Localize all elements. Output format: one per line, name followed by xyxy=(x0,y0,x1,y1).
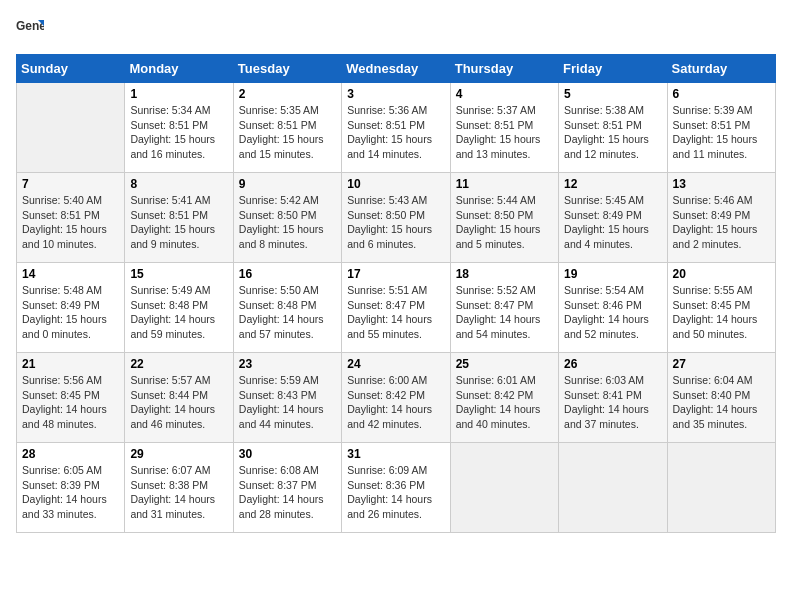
calendar-cell xyxy=(450,443,558,533)
day-info: Sunrise: 5:46 AM Sunset: 8:49 PM Dayligh… xyxy=(673,193,770,252)
calendar-cell: 14Sunrise: 5:48 AM Sunset: 8:49 PM Dayli… xyxy=(17,263,125,353)
calendar-cell: 24Sunrise: 6:00 AM Sunset: 8:42 PM Dayli… xyxy=(342,353,450,443)
weekday-header-saturday: Saturday xyxy=(667,55,775,83)
week-row-5: 28Sunrise: 6:05 AM Sunset: 8:39 PM Dayli… xyxy=(17,443,776,533)
calendar-cell: 5Sunrise: 5:38 AM Sunset: 8:51 PM Daylig… xyxy=(559,83,667,173)
calendar-cell: 10Sunrise: 5:43 AM Sunset: 8:50 PM Dayli… xyxy=(342,173,450,263)
calendar-cell: 1Sunrise: 5:34 AM Sunset: 8:51 PM Daylig… xyxy=(125,83,233,173)
day-number: 26 xyxy=(564,357,661,371)
week-row-4: 21Sunrise: 5:56 AM Sunset: 8:45 PM Dayli… xyxy=(17,353,776,443)
calendar-cell: 28Sunrise: 6:05 AM Sunset: 8:39 PM Dayli… xyxy=(17,443,125,533)
day-info: Sunrise: 5:56 AM Sunset: 8:45 PM Dayligh… xyxy=(22,373,119,432)
weekday-header-sunday: Sunday xyxy=(17,55,125,83)
day-number: 3 xyxy=(347,87,444,101)
calendar-cell: 25Sunrise: 6:01 AM Sunset: 8:42 PM Dayli… xyxy=(450,353,558,443)
calendar-cell: 29Sunrise: 6:07 AM Sunset: 8:38 PM Dayli… xyxy=(125,443,233,533)
day-info: Sunrise: 6:08 AM Sunset: 8:37 PM Dayligh… xyxy=(239,463,336,522)
logo: General xyxy=(16,16,46,44)
day-number: 5 xyxy=(564,87,661,101)
day-number: 27 xyxy=(673,357,770,371)
day-info: Sunrise: 5:42 AM Sunset: 8:50 PM Dayligh… xyxy=(239,193,336,252)
day-info: Sunrise: 5:59 AM Sunset: 8:43 PM Dayligh… xyxy=(239,373,336,432)
day-info: Sunrise: 6:07 AM Sunset: 8:38 PM Dayligh… xyxy=(130,463,227,522)
day-info: Sunrise: 5:57 AM Sunset: 8:44 PM Dayligh… xyxy=(130,373,227,432)
day-number: 25 xyxy=(456,357,553,371)
day-info: Sunrise: 6:09 AM Sunset: 8:36 PM Dayligh… xyxy=(347,463,444,522)
weekday-header-wednesday: Wednesday xyxy=(342,55,450,83)
day-number: 1 xyxy=(130,87,227,101)
calendar-cell: 18Sunrise: 5:52 AM Sunset: 8:47 PM Dayli… xyxy=(450,263,558,353)
day-info: Sunrise: 5:48 AM Sunset: 8:49 PM Dayligh… xyxy=(22,283,119,342)
day-info: Sunrise: 5:38 AM Sunset: 8:51 PM Dayligh… xyxy=(564,103,661,162)
logo-icon: General xyxy=(16,16,44,44)
day-info: Sunrise: 5:50 AM Sunset: 8:48 PM Dayligh… xyxy=(239,283,336,342)
week-row-3: 14Sunrise: 5:48 AM Sunset: 8:49 PM Dayli… xyxy=(17,263,776,353)
calendar-cell: 3Sunrise: 5:36 AM Sunset: 8:51 PM Daylig… xyxy=(342,83,450,173)
day-number: 9 xyxy=(239,177,336,191)
day-number: 13 xyxy=(673,177,770,191)
calendar-cell: 27Sunrise: 6:04 AM Sunset: 8:40 PM Dayli… xyxy=(667,353,775,443)
day-info: Sunrise: 5:40 AM Sunset: 8:51 PM Dayligh… xyxy=(22,193,119,252)
day-number: 29 xyxy=(130,447,227,461)
day-info: Sunrise: 5:36 AM Sunset: 8:51 PM Dayligh… xyxy=(347,103,444,162)
day-number: 6 xyxy=(673,87,770,101)
calendar-cell: 6Sunrise: 5:39 AM Sunset: 8:51 PM Daylig… xyxy=(667,83,775,173)
calendar-cell: 31Sunrise: 6:09 AM Sunset: 8:36 PM Dayli… xyxy=(342,443,450,533)
day-info: Sunrise: 6:05 AM Sunset: 8:39 PM Dayligh… xyxy=(22,463,119,522)
day-number: 2 xyxy=(239,87,336,101)
day-info: Sunrise: 6:01 AM Sunset: 8:42 PM Dayligh… xyxy=(456,373,553,432)
day-info: Sunrise: 5:34 AM Sunset: 8:51 PM Dayligh… xyxy=(130,103,227,162)
page-header: General xyxy=(16,16,776,44)
weekday-header-tuesday: Tuesday xyxy=(233,55,341,83)
day-number: 7 xyxy=(22,177,119,191)
calendar-cell: 13Sunrise: 5:46 AM Sunset: 8:49 PM Dayli… xyxy=(667,173,775,263)
calendar-cell: 20Sunrise: 5:55 AM Sunset: 8:45 PM Dayli… xyxy=(667,263,775,353)
calendar-cell: 16Sunrise: 5:50 AM Sunset: 8:48 PM Dayli… xyxy=(233,263,341,353)
day-number: 14 xyxy=(22,267,119,281)
day-number: 10 xyxy=(347,177,444,191)
calendar-cell: 8Sunrise: 5:41 AM Sunset: 8:51 PM Daylig… xyxy=(125,173,233,263)
calendar-cell xyxy=(17,83,125,173)
calendar-cell: 4Sunrise: 5:37 AM Sunset: 8:51 PM Daylig… xyxy=(450,83,558,173)
day-number: 15 xyxy=(130,267,227,281)
day-info: Sunrise: 5:45 AM Sunset: 8:49 PM Dayligh… xyxy=(564,193,661,252)
calendar-cell: 30Sunrise: 6:08 AM Sunset: 8:37 PM Dayli… xyxy=(233,443,341,533)
day-number: 31 xyxy=(347,447,444,461)
calendar-cell xyxy=(559,443,667,533)
calendar-cell: 17Sunrise: 5:51 AM Sunset: 8:47 PM Dayli… xyxy=(342,263,450,353)
calendar-cell: 7Sunrise: 5:40 AM Sunset: 8:51 PM Daylig… xyxy=(17,173,125,263)
day-number: 8 xyxy=(130,177,227,191)
day-info: Sunrise: 5:52 AM Sunset: 8:47 PM Dayligh… xyxy=(456,283,553,342)
calendar-cell: 21Sunrise: 5:56 AM Sunset: 8:45 PM Dayli… xyxy=(17,353,125,443)
day-info: Sunrise: 5:41 AM Sunset: 8:51 PM Dayligh… xyxy=(130,193,227,252)
week-row-1: 1Sunrise: 5:34 AM Sunset: 8:51 PM Daylig… xyxy=(17,83,776,173)
day-info: Sunrise: 5:39 AM Sunset: 8:51 PM Dayligh… xyxy=(673,103,770,162)
day-info: Sunrise: 5:54 AM Sunset: 8:46 PM Dayligh… xyxy=(564,283,661,342)
day-number: 16 xyxy=(239,267,336,281)
calendar-cell: 22Sunrise: 5:57 AM Sunset: 8:44 PM Dayli… xyxy=(125,353,233,443)
day-number: 11 xyxy=(456,177,553,191)
week-row-2: 7Sunrise: 5:40 AM Sunset: 8:51 PM Daylig… xyxy=(17,173,776,263)
day-info: Sunrise: 5:35 AM Sunset: 8:51 PM Dayligh… xyxy=(239,103,336,162)
day-info: Sunrise: 5:55 AM Sunset: 8:45 PM Dayligh… xyxy=(673,283,770,342)
day-number: 23 xyxy=(239,357,336,371)
calendar-table: SundayMondayTuesdayWednesdayThursdayFrid… xyxy=(16,54,776,533)
calendar-cell: 12Sunrise: 5:45 AM Sunset: 8:49 PM Dayli… xyxy=(559,173,667,263)
weekday-header-thursday: Thursday xyxy=(450,55,558,83)
calendar-cell: 19Sunrise: 5:54 AM Sunset: 8:46 PM Dayli… xyxy=(559,263,667,353)
calendar-cell: 11Sunrise: 5:44 AM Sunset: 8:50 PM Dayli… xyxy=(450,173,558,263)
calendar-cell: 2Sunrise: 5:35 AM Sunset: 8:51 PM Daylig… xyxy=(233,83,341,173)
calendar-cell: 9Sunrise: 5:42 AM Sunset: 8:50 PM Daylig… xyxy=(233,173,341,263)
day-info: Sunrise: 5:44 AM Sunset: 8:50 PM Dayligh… xyxy=(456,193,553,252)
calendar-cell: 15Sunrise: 5:49 AM Sunset: 8:48 PM Dayli… xyxy=(125,263,233,353)
weekday-header-friday: Friday xyxy=(559,55,667,83)
day-info: Sunrise: 6:04 AM Sunset: 8:40 PM Dayligh… xyxy=(673,373,770,432)
day-number: 21 xyxy=(22,357,119,371)
day-info: Sunrise: 6:03 AM Sunset: 8:41 PM Dayligh… xyxy=(564,373,661,432)
weekday-header-monday: Monday xyxy=(125,55,233,83)
calendar-cell: 26Sunrise: 6:03 AM Sunset: 8:41 PM Dayli… xyxy=(559,353,667,443)
day-number: 24 xyxy=(347,357,444,371)
day-info: Sunrise: 5:37 AM Sunset: 8:51 PM Dayligh… xyxy=(456,103,553,162)
day-info: Sunrise: 5:51 AM Sunset: 8:47 PM Dayligh… xyxy=(347,283,444,342)
day-number: 20 xyxy=(673,267,770,281)
